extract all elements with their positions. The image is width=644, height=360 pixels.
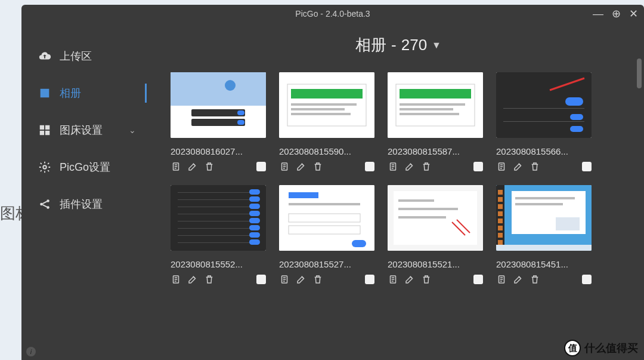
scrollbar-thumb[interactable]	[637, 59, 642, 88]
gallery-card: 2023080815587...	[388, 72, 483, 172]
gallery-card: 2023080815527...	[279, 185, 374, 285]
edit-icon[interactable]	[296, 161, 306, 172]
svg-rect-54	[249, 196, 260, 202]
svg-rect-104	[515, 203, 563, 205]
svg-rect-63	[178, 235, 259, 236]
delete-icon[interactable]	[421, 161, 432, 172]
delete-icon[interactable]	[530, 161, 540, 172]
select-checkbox[interactable]	[256, 162, 266, 171]
gallery-card: 2023080816027...	[171, 72, 266, 172]
filename-label: 2023080815521...	[388, 259, 483, 269]
thumbnail[interactable]	[496, 185, 592, 251]
svg-rect-33	[400, 108, 453, 110]
select-checkbox[interactable]	[582, 275, 592, 284]
card-actions	[388, 161, 483, 172]
copy-icon[interactable]	[171, 274, 181, 285]
copy-icon[interactable]	[279, 274, 290, 285]
svg-rect-97	[498, 211, 503, 216]
svg-rect-61	[178, 228, 259, 229]
sidebar-item-label: 相册	[60, 86, 81, 100]
edit-icon[interactable]	[404, 161, 415, 172]
svg-rect-12	[191, 119, 245, 126]
page-title-prefix: 相册	[355, 35, 386, 56]
card-actions	[171, 161, 266, 172]
filename-label: 2023080815527...	[279, 259, 374, 269]
svg-rect-44	[503, 121, 584, 122]
new-window-button[interactable]: ⊕	[612, 8, 621, 19]
svg-rect-1	[45, 125, 49, 130]
svg-rect-58	[249, 211, 260, 216]
copy-icon[interactable]	[496, 161, 507, 172]
svg-rect-73	[289, 203, 360, 205]
thumbnail[interactable]	[496, 72, 592, 138]
card-actions	[496, 274, 592, 285]
edit-icon[interactable]	[187, 161, 198, 172]
sidebar-item-picgo-settings[interactable]: PicGo设置	[32, 152, 142, 183]
select-checkbox[interactable]	[582, 162, 592, 171]
watermark-text: 什么值得买	[584, 341, 638, 355]
svg-rect-14	[237, 120, 244, 125]
svg-rect-45	[570, 126, 583, 132]
select-checkbox[interactable]	[365, 275, 374, 284]
delete-icon[interactable]	[204, 274, 215, 285]
grid-icon	[38, 124, 51, 137]
thumbnail[interactable]	[388, 185, 483, 251]
sidebar-item-upload[interactable]: 上传区	[32, 41, 142, 72]
select-checkbox[interactable]	[473, 275, 483, 284]
chevron-down-icon: ⌄	[129, 125, 136, 135]
edit-icon[interactable]	[187, 274, 198, 285]
sidebar-item-image-beds[interactable]: 图床设置 ⌄	[32, 115, 142, 146]
gallery-card: 2023080815566...	[496, 72, 592, 172]
scrollbar[interactable]	[637, 59, 642, 354]
svg-rect-84	[398, 208, 458, 210]
gallery-card: 2023080815590...	[279, 72, 374, 172]
svg-rect-99	[498, 226, 503, 230]
thumbnail[interactable]	[171, 185, 266, 251]
svg-rect-105	[556, 217, 580, 230]
svg-rect-34	[400, 113, 459, 115]
edit-icon[interactable]	[296, 274, 306, 285]
svg-rect-13	[237, 110, 244, 115]
thumbnail[interactable]	[171, 72, 266, 138]
select-checkbox[interactable]	[365, 162, 374, 171]
card-actions	[279, 274, 374, 285]
svg-rect-64	[249, 232, 260, 238]
sidebar-item-plugins[interactable]: 插件设置	[32, 189, 142, 220]
copy-icon[interactable]	[388, 161, 398, 172]
svg-point-4	[43, 165, 47, 169]
svg-rect-23	[291, 108, 345, 110]
copy-icon[interactable]	[279, 161, 290, 172]
delete-icon[interactable]	[421, 274, 432, 285]
svg-rect-59	[178, 221, 259, 221]
thumbnail[interactable]	[388, 72, 483, 138]
close-button[interactable]: ✕	[629, 8, 638, 19]
image-icon	[38, 87, 51, 100]
page-title-dropdown[interactable]: 相册 - 270 ▼	[171, 35, 626, 56]
svg-rect-22	[291, 103, 357, 106]
svg-rect-24	[291, 113, 351, 115]
minimize-button[interactable]: —	[593, 8, 603, 19]
thumbnail[interactable]	[279, 72, 374, 138]
info-icon[interactable]: i	[26, 347, 36, 356]
titlebar[interactable]: PicGo - 2.4.0-beta.3 — ⊕ ✕	[21, 5, 644, 23]
svg-rect-21	[291, 89, 363, 99]
svg-rect-51	[178, 192, 259, 193]
select-checkbox[interactable]	[256, 275, 266, 284]
app-window: PicGo - 2.4.0-beta.3 — ⊕ ✕ 上传区 相册	[21, 5, 644, 360]
svg-rect-60	[249, 218, 260, 223]
copy-icon[interactable]	[496, 274, 507, 285]
delete-icon[interactable]	[312, 161, 323, 172]
edit-icon[interactable]	[513, 161, 524, 172]
edit-icon[interactable]	[513, 274, 524, 285]
card-actions	[496, 161, 592, 172]
delete-icon[interactable]	[204, 161, 215, 172]
thumbnail[interactable]	[279, 185, 374, 251]
delete-icon[interactable]	[312, 274, 323, 285]
edit-icon[interactable]	[404, 274, 415, 285]
copy-icon[interactable]	[388, 274, 398, 285]
sidebar-item-album[interactable]: 相册	[32, 78, 142, 109]
copy-icon[interactable]	[171, 161, 181, 172]
delete-icon[interactable]	[530, 274, 540, 285]
svg-rect-41	[565, 97, 583, 106]
select-checkbox[interactable]	[473, 162, 483, 171]
